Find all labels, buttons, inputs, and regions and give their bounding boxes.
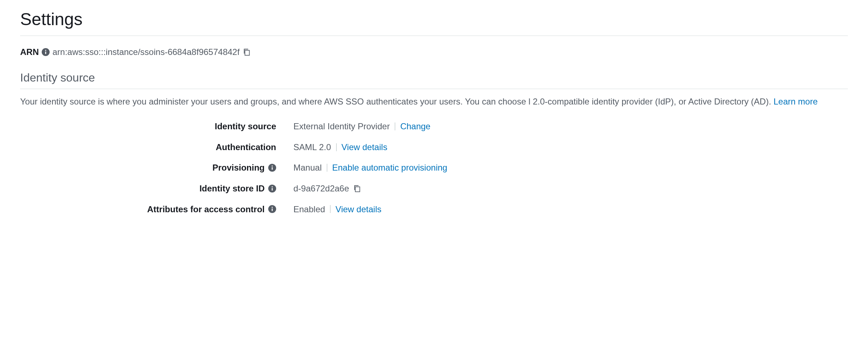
identity-store-id-label-text: Identity store ID [200, 182, 265, 195]
svg-rect-10 [355, 187, 360, 192]
svg-rect-5 [272, 167, 273, 170]
attributes-access-control-label: Attributes for access control [20, 203, 293, 215]
arn-row: ARN arn:aws:sso:::instance/ssoins-6684a8… [20, 46, 848, 58]
svg-rect-8 [272, 188, 273, 190]
learn-more-link[interactable]: Learn more [773, 97, 818, 106]
page-title: Settings [20, 7, 848, 36]
identity-source-value: External Identity Provider Change [293, 120, 848, 133]
identity-source-description-text: Your identity source is where you admini… [20, 97, 773, 106]
separator [395, 122, 395, 130]
authentication-value: SAML 2.0 View details [293, 141, 848, 153]
info-icon[interactable] [268, 185, 276, 193]
provisioning-label-text: Provisioning [213, 162, 265, 174]
authentication-view-details-link[interactable]: View details [342, 141, 388, 153]
attributes-view-details-link[interactable]: View details [335, 203, 382, 215]
enable-automatic-provisioning-link[interactable]: Enable automatic provisioning [332, 162, 447, 174]
info-icon[interactable] [42, 48, 50, 56]
identity-source-table: Identity source External Identity Provid… [20, 120, 848, 215]
provisioning-value: Manual Enable automatic provisioning [293, 162, 848, 174]
identity-store-id-value-text: d-9a672d2a6e [293, 182, 349, 195]
info-icon[interactable] [268, 205, 276, 213]
provisioning-value-text: Manual [293, 162, 322, 174]
svg-rect-3 [245, 50, 250, 55]
info-icon[interactable] [268, 164, 276, 172]
identity-store-id-value: d-9a672d2a6e [293, 182, 848, 195]
separator [330, 205, 330, 213]
arn-label: ARN [20, 46, 39, 58]
identity-source-value-text: External Identity Provider [293, 120, 390, 133]
provisioning-label: Provisioning [20, 162, 293, 174]
authentication-label-text: Authentication [216, 141, 276, 153]
identity-source-description: Your identity source is where you admini… [20, 96, 848, 108]
attributes-access-control-value-text: Enabled [293, 203, 325, 215]
svg-rect-1 [45, 52, 46, 54]
svg-rect-12 [272, 209, 273, 211]
identity-store-id-label: Identity store ID [20, 182, 293, 195]
change-identity-source-link[interactable]: Change [400, 120, 430, 133]
authentication-label: Authentication [20, 141, 293, 153]
svg-rect-2 [45, 50, 46, 51]
copy-icon[interactable] [353, 184, 361, 193]
identity-source-label-text: Identity source [215, 120, 276, 133]
separator [336, 143, 337, 151]
authentication-value-text: SAML 2.0 [293, 141, 331, 153]
svg-rect-13 [272, 207, 273, 208]
identity-source-label: Identity source [20, 120, 293, 133]
svg-rect-6 [272, 166, 273, 167]
separator [327, 164, 327, 172]
arn-value: arn:aws:sso:::instance/ssoins-6684a8f965… [52, 46, 239, 58]
attributes-access-control-label-text: Attributes for access control [147, 203, 265, 215]
copy-icon[interactable] [242, 48, 251, 56]
identity-source-heading: Identity source [20, 70, 848, 89]
svg-rect-9 [272, 186, 273, 187]
attributes-access-control-value: Enabled View details [293, 203, 848, 215]
